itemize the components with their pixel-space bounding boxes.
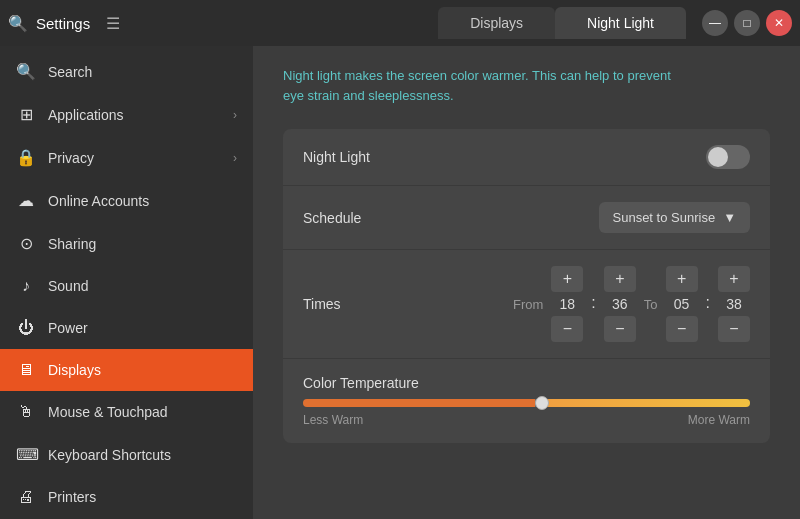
sidebar-item-label: Power	[48, 320, 88, 336]
search-icon: 🔍	[16, 62, 36, 81]
sidebar-item-label: Online Accounts	[48, 193, 149, 209]
chevron-right-icon: ›	[233, 151, 237, 165]
color-temp-row: Color Temperature Less Warm More Warm	[283, 359, 770, 443]
app-title: Settings	[36, 15, 90, 32]
sidebar-item-label: Sharing	[48, 236, 96, 252]
less-warm-label: Less Warm	[303, 413, 363, 427]
printer-icon: 🖨	[16, 488, 36, 506]
from-minute-value: 36	[608, 296, 632, 312]
to-hour-plus[interactable]: +	[666, 266, 698, 292]
sidebar-item-displays[interactable]: 🖥 Displays	[0, 349, 253, 391]
colon-1: :	[591, 294, 595, 314]
to-minute-plus[interactable]: +	[718, 266, 750, 292]
sidebar-item-online-accounts[interactable]: ☁ Online Accounts	[0, 179, 253, 222]
to-hour-group: + 05 −	[666, 266, 698, 342]
from-hour-minus[interactable]: −	[551, 316, 583, 342]
to-minute-minus[interactable]: −	[718, 316, 750, 342]
titlebar: 🔍 Settings ☰ Displays Night Light — □ ✕	[0, 0, 800, 46]
sidebar-item-keyboard[interactable]: ⌨ Keyboard Shortcuts	[0, 433, 253, 476]
schedule-dropdown[interactable]: Sunset to Sunrise ▼	[599, 202, 751, 233]
settings-panel: Night Light Schedule Sunset to Sunrise ▼	[283, 129, 770, 443]
night-light-label: Night Light	[303, 149, 463, 165]
hamburger-button[interactable]: ☰	[98, 10, 128, 37]
toggle-knob	[708, 147, 728, 167]
to-label: To	[644, 297, 658, 312]
window-controls: — □ ✕	[702, 10, 792, 36]
description-text: Night light makes the screen color warme…	[283, 66, 770, 105]
schedule-label: Schedule	[303, 210, 463, 226]
sidebar-item-label: Sound	[48, 278, 88, 294]
main-container: 🔍 Search ⊞ Applications › 🔒 Privacy › ☁ …	[0, 46, 800, 519]
to-hour-minus[interactable]: −	[666, 316, 698, 342]
sidebar-item-sound[interactable]: ♪ Sound	[0, 265, 253, 307]
tab-night-light[interactable]: Night Light	[555, 7, 686, 39]
sidebar-item-mouse[interactable]: 🖱 Mouse & Touchpad	[0, 391, 253, 433]
night-light-toggle-container	[706, 145, 750, 169]
display-icon: 🖥	[16, 361, 36, 379]
chevron-right-icon: ›	[233, 108, 237, 122]
color-temp-track[interactable]	[303, 399, 750, 407]
night-light-toggle[interactable]	[706, 145, 750, 169]
times-label: Times	[303, 296, 463, 312]
sidebar-item-applications[interactable]: ⊞ Applications ›	[0, 93, 253, 136]
from-minute-group: + 36 −	[604, 266, 636, 342]
more-warm-label: More Warm	[688, 413, 750, 427]
keyboard-icon: ⌨	[16, 445, 36, 464]
sidebar-item-label: Privacy	[48, 150, 94, 166]
mouse-icon: 🖱	[16, 403, 36, 421]
sidebar: 🔍 Search ⊞ Applications › 🔒 Privacy › ☁ …	[0, 46, 253, 519]
power-icon: ⏻	[16, 319, 36, 337]
titlebar-left: 🔍 Settings ☰	[8, 10, 438, 37]
color-temp-labels: Less Warm More Warm	[303, 413, 750, 427]
color-temp-label: Color Temperature	[303, 375, 463, 391]
sidebar-item-printers[interactable]: 🖨 Printers	[0, 476, 253, 518]
minimize-button[interactable]: —	[702, 10, 728, 36]
sidebar-item-label: Search	[48, 64, 92, 80]
sidebar-item-label: Keyboard Shortcuts	[48, 447, 171, 463]
cloud-icon: ☁	[16, 191, 36, 210]
from-hour-plus[interactable]: +	[551, 266, 583, 292]
color-temp-slider-area: Less Warm More Warm	[303, 399, 750, 427]
sidebar-item-search[interactable]: 🔍 Search	[0, 50, 253, 93]
close-button[interactable]: ✕	[766, 10, 792, 36]
grid-icon: ⊞	[16, 105, 36, 124]
sidebar-item-privacy[interactable]: 🔒 Privacy ›	[0, 136, 253, 179]
times-row: Times From + 18 − : + 36 −	[283, 250, 770, 359]
schedule-row: Schedule Sunset to Sunrise ▼	[283, 186, 770, 250]
sidebar-item-label: Printers	[48, 489, 96, 505]
search-icon: 🔍	[8, 14, 28, 33]
sidebar-item-sharing[interactable]: ⊙ Sharing	[0, 222, 253, 265]
sidebar-item-label: Displays	[48, 362, 101, 378]
to-minute-group: + 38 −	[718, 266, 750, 342]
sidebar-item-label: Mouse & Touchpad	[48, 404, 168, 420]
colon-2: :	[706, 294, 710, 314]
to-minute-value: 38	[722, 296, 746, 312]
sidebar-item-label: Applications	[48, 107, 124, 123]
schedule-value: Sunset to Sunrise	[613, 210, 716, 225]
tab-displays[interactable]: Displays	[438, 7, 555, 39]
from-hour-value: 18	[555, 296, 579, 312]
schedule-dropdown-container: Sunset to Sunrise ▼	[599, 202, 751, 233]
from-label: From	[513, 297, 543, 312]
content-area: Night light makes the screen color warme…	[253, 46, 800, 519]
sidebar-item-power[interactable]: ⏻ Power	[0, 307, 253, 349]
sound-icon: ♪	[16, 277, 36, 295]
times-content: From + 18 − : + 36 − To	[513, 266, 750, 342]
to-hour-value: 05	[670, 296, 694, 312]
titlebar-tabs: Displays Night Light	[438, 7, 686, 39]
from-minute-minus[interactable]: −	[604, 316, 636, 342]
chevron-down-icon: ▼	[723, 210, 736, 225]
color-temp-thumb[interactable]	[535, 396, 549, 410]
share-icon: ⊙	[16, 234, 36, 253]
maximize-button[interactable]: □	[734, 10, 760, 36]
from-hour-group: + 18 −	[551, 266, 583, 342]
from-minute-plus[interactable]: +	[604, 266, 636, 292]
night-light-row: Night Light	[283, 129, 770, 186]
lock-icon: 🔒	[16, 148, 36, 167]
